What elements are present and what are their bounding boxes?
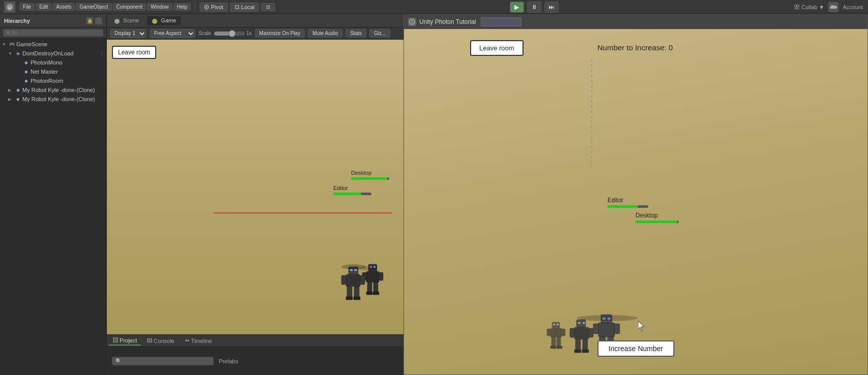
svg-rect-52 xyxy=(575,339,581,351)
step-button[interactable]: ⏭ xyxy=(544,2,559,13)
photonmono-icon: ◈ xyxy=(22,59,30,66)
svg-rect-71 xyxy=(562,329,565,336)
help-menu[interactable]: Help xyxy=(173,3,191,11)
cloud-icon xyxy=(830,5,837,10)
svg-rect-56 xyxy=(578,322,581,324)
photon-desktop-group: Desktop xyxy=(635,212,679,223)
desktop-health-bar-bg xyxy=(351,177,389,180)
photon-dashed-line xyxy=(591,59,592,171)
editor-health-bar-bg xyxy=(333,193,371,195)
red-laser-line xyxy=(214,212,392,213)
collab-btn[interactable]: Collab ▼ xyxy=(794,4,824,10)
bottom-search-input[interactable] xyxy=(112,357,214,365)
desktop-label: Desktop xyxy=(351,170,371,176)
hierarchy-search-input[interactable] xyxy=(3,29,103,37)
robot2-label: My Robot Kyle -done-(Clone) xyxy=(22,96,95,102)
photon-robot-shadows xyxy=(577,315,638,321)
top-bar: U File Edit Assets GameObject Component … xyxy=(0,0,868,14)
tree-item-dontdestroy[interactable]: ▼ ◈ DontDestroyOnLoad ⋮ xyxy=(0,49,106,58)
component-menu[interactable]: Component xyxy=(113,3,147,11)
gamescene-arrow: ▼ xyxy=(2,42,8,47)
svg-rect-60 xyxy=(593,324,598,334)
project-tab[interactable]: Project xyxy=(109,336,141,346)
hierarchy-title: Hierarchy xyxy=(4,18,30,24)
tree-item-robot1[interactable]: ▶ ◈ My Robot Kyle -done-(Clone) xyxy=(0,85,106,95)
grid-btn[interactable] xyxy=(261,3,275,11)
photon-increase-number-button[interactable]: Increase Number xyxy=(597,340,674,357)
pause-button[interactable]: ⏸ xyxy=(527,2,541,13)
hierarchy-icons: 🔒 ⋮ xyxy=(86,17,102,24)
photon-desktop-health-bg xyxy=(635,221,679,223)
svg-rect-30 xyxy=(354,269,357,271)
console-icon xyxy=(147,338,152,343)
photon-action-btn[interactable] xyxy=(481,17,522,26)
photon-robot-2-svg xyxy=(592,314,623,364)
dontdestroy-dots[interactable]: ⋮ xyxy=(99,51,106,56)
maximize-btn[interactable]: Maximize On Play xyxy=(255,29,305,38)
game-tab[interactable]: Game xyxy=(147,16,182,25)
editor-health-bar xyxy=(333,193,361,195)
file-menu[interactable]: File xyxy=(19,3,35,11)
project-icon xyxy=(113,337,118,342)
play-button[interactable]: ▶ xyxy=(510,2,524,13)
photonroom-label: PhotonRoom xyxy=(31,78,63,84)
scale-thumb[interactable] xyxy=(228,30,236,37)
gamescene-icon: 🎮 xyxy=(8,41,15,48)
aspect-select[interactable]: Free Aspect xyxy=(150,29,195,38)
photon-robot-1-svg xyxy=(569,319,595,364)
netmaster-label: Net Master xyxy=(31,69,58,75)
scale-slider[interactable] xyxy=(214,32,245,36)
svg-rect-29 xyxy=(350,269,353,271)
hierarchy-header: Hierarchy 🔒 ⋮ xyxy=(0,14,106,27)
dontdestroy-icon: ◈ xyxy=(14,50,21,57)
svg-rect-15 xyxy=(367,283,372,293)
svg-rect-18 xyxy=(373,292,379,295)
photon-number-display: Number to Increase: 0 xyxy=(597,43,673,52)
stats-btn[interactable]: Stats xyxy=(345,29,366,38)
svg-rect-27 xyxy=(346,297,353,300)
editor-label: Editor xyxy=(333,185,348,191)
local-icon xyxy=(235,5,240,10)
tree-item-photonmono[interactable]: ▶ ◈ PhotonMono xyxy=(0,58,106,67)
photon-leave-room-button[interactable]: Leave room xyxy=(470,40,524,56)
prefabs-label: Prefabs xyxy=(219,358,238,364)
hierarchy-menu-btn[interactable]: ⋮ xyxy=(95,17,102,24)
leave-room-label: Leave room xyxy=(118,49,150,56)
assets-menu[interactable]: Assets xyxy=(52,3,75,11)
tree-item-robot2[interactable]: ▶ ◈ My Robot Kyle -done-(Clone) xyxy=(0,95,106,104)
photon-viewport: Leave room Number to Increase: 0 Editor … xyxy=(404,29,867,374)
tree-item-gamescene[interactable]: ▼ 🎮 GameScene xyxy=(0,40,106,49)
hierarchy-lock-btn[interactable]: 🔒 xyxy=(86,17,93,24)
robot2-icon: ◈ xyxy=(14,96,21,103)
tree-item-photonroom[interactable]: ▶ ◈ PhotonRoom xyxy=(0,76,106,85)
scene-tab[interactable]: Scene xyxy=(109,16,144,25)
tree-item-netmaster[interactable]: ▶ ◈ Net Master xyxy=(0,67,106,76)
edit-menu[interactable]: Edit xyxy=(36,3,51,11)
svg-rect-25 xyxy=(347,287,352,298)
display-select[interactable]: Display 1 xyxy=(110,29,147,38)
timeline-tab[interactable]: Timeline xyxy=(181,337,216,345)
photon-title-bar: Unity Photon Tutorial xyxy=(404,15,867,29)
window-menu[interactable]: Window xyxy=(147,3,172,11)
pivot-btn[interactable]: Pivot xyxy=(199,3,227,12)
mute-btn[interactable]: Mute Audio xyxy=(308,29,342,38)
account-label[interactable]: Account xyxy=(843,4,863,10)
photon-desktop-label: Desktop xyxy=(635,212,658,219)
game-tab-label: Game xyxy=(161,17,176,23)
gizmos-btn[interactable]: Giz... xyxy=(369,29,390,38)
svg-rect-12 xyxy=(366,271,379,283)
dontdestroy-arrow: ▼ xyxy=(8,51,14,56)
cloud-btn[interactable] xyxy=(828,2,838,12)
pivot-label: Pivot xyxy=(211,4,223,10)
robot1-icon: ◈ xyxy=(14,86,21,93)
collab-label: Collab ▼ xyxy=(801,4,824,10)
gameobject-menu[interactable]: GameObject xyxy=(76,3,111,11)
scale-control: 1x xyxy=(214,30,252,36)
grid-icon xyxy=(266,5,271,10)
console-tab[interactable]: Console xyxy=(143,337,178,345)
leave-room-button[interactable]: Leave room xyxy=(112,46,156,59)
local-btn[interactable]: Local xyxy=(230,3,259,12)
hierarchy-search-row xyxy=(0,27,106,39)
scale-value: 1x xyxy=(246,30,252,36)
robot1-arrow: ▶ xyxy=(8,88,14,92)
